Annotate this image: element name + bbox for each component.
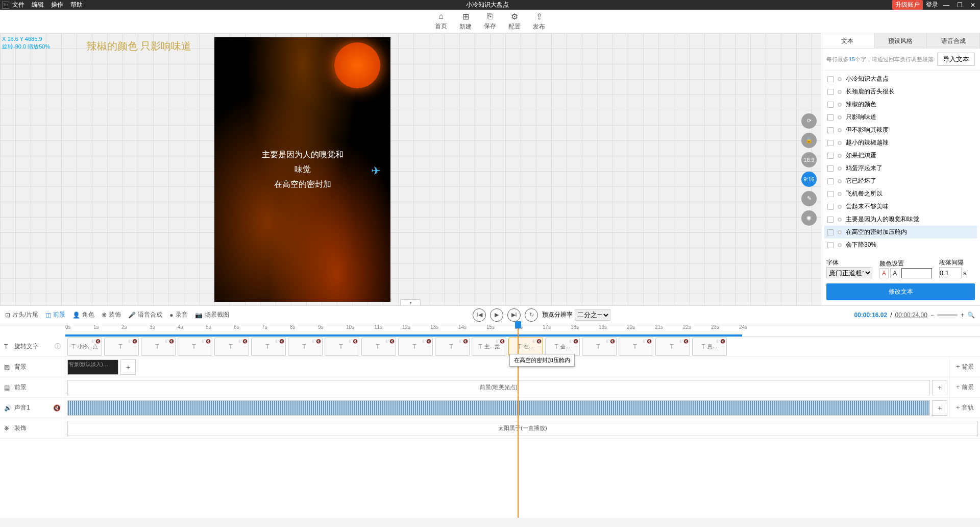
minimize-button[interactable]: — xyxy=(941,2,951,9)
menu-help[interactable]: 帮助 xyxy=(70,1,83,9)
panel-tab-角色[interactable]: 👤角色 xyxy=(72,310,94,319)
toolbar-publish[interactable]: ⇪发布 xyxy=(533,12,545,31)
text-line-item[interactable]: 长颈鹿的舌头很长 xyxy=(824,85,977,98)
clip-mute-icon[interactable]: 🔇 xyxy=(500,339,505,344)
text-clip[interactable]: ⇩🔇T xyxy=(141,338,176,356)
clip-download-icon[interactable]: ⇩ xyxy=(238,339,241,344)
bg-clip[interactable]: 背景(默认淡入)… xyxy=(67,360,118,375)
clip-download-icon[interactable]: ⇩ xyxy=(164,339,168,344)
text-clip[interactable]: ⇩🔇T xyxy=(398,338,433,356)
canvas-tool-lock[interactable]: 🔒 xyxy=(801,133,817,148)
toolbar-config[interactable]: ⚙配置 xyxy=(508,12,521,31)
clip-mute-icon[interactable]: 🔇 xyxy=(316,339,321,344)
clip-mute-icon[interactable]: 🔇 xyxy=(647,339,652,344)
text-line-item[interactable]: 越小的辣椒越辣 xyxy=(824,136,977,149)
tab-text[interactable]: 文本 xyxy=(821,33,874,48)
clip-download-icon[interactable]: ⇩ xyxy=(422,339,425,344)
panel-tab-语音合成[interactable]: 🎤语音合成 xyxy=(128,310,162,319)
clip-mute-icon[interactable]: 🔇 xyxy=(242,339,248,344)
clip-download-icon[interactable]: ⇩ xyxy=(275,339,278,344)
text-clip[interactable]: ⇩🔇T真… xyxy=(692,338,727,356)
text-line-item[interactable]: 会下降30% xyxy=(824,238,977,251)
text-line-item[interactable]: 辣椒的颜色 xyxy=(824,98,977,111)
canvas-tool-ratio-9-16[interactable]: 9:16 xyxy=(801,172,817,187)
clip-download-icon[interactable]: ⇩ xyxy=(679,339,682,344)
clip-download-icon[interactable]: ⇩ xyxy=(91,339,94,344)
zoom-in-button[interactable]: + xyxy=(961,312,964,319)
text-clip[interactable]: ⇩🔇T小冷…点 xyxy=(67,338,102,356)
canvas-area[interactable]: X 18.6 Y 4685.9 旋转-90.0 缩放50% 辣椒的颜色 只影响味… xyxy=(0,33,821,305)
checkbox-icon[interactable] xyxy=(827,242,834,248)
menu-edit[interactable]: 编辑 xyxy=(32,1,44,9)
text-clip[interactable]: ⇩🔇T xyxy=(655,338,690,356)
zoom-out-button[interactable]: − xyxy=(930,312,934,319)
text-line-item[interactable]: 如果把鸡蛋 xyxy=(824,149,977,162)
checkbox-icon[interactable] xyxy=(827,153,834,159)
text-clip[interactable]: ⇩🔇T会… xyxy=(545,338,580,356)
panel-tab-片头/片尾[interactable]: ⊡片头/片尾 xyxy=(5,310,38,319)
toolbar-home[interactable]: ⌂首页 xyxy=(435,12,447,31)
clip-download-icon[interactable]: ⇩ xyxy=(642,339,646,344)
canvas-pull-tab[interactable]: ▾ xyxy=(400,299,421,305)
preview-res-select[interactable]: 二分之一 xyxy=(575,309,610,321)
maximize-button[interactable]: ❐ xyxy=(954,2,965,9)
clip-mute-icon[interactable]: 🔇 xyxy=(463,339,468,344)
time-total[interactable]: 00:00:24.00 xyxy=(895,312,927,319)
text-line-list[interactable]: 小冷知识大盘点长颈鹿的舌头很长辣椒的颜色只影响味道但不影响其辣度越小的辣椒越辣如… xyxy=(821,70,980,254)
clip-mute-icon[interactable]: 🔇 xyxy=(610,339,615,344)
clip-download-icon[interactable]: ⇩ xyxy=(532,339,535,344)
menu-file[interactable]: 文件 xyxy=(12,1,24,9)
panel-tab-场景截图[interactable]: 📷场景截图 xyxy=(195,310,229,319)
zoom-slider[interactable] xyxy=(937,314,958,316)
modify-text-button[interactable]: 修改文本 xyxy=(826,283,975,300)
text-clip[interactable]: ⇩🔇T xyxy=(251,338,286,356)
clip-download-icon[interactable]: ⇩ xyxy=(128,339,131,344)
text-line-item[interactable]: 在高空的密封加压舱内 xyxy=(824,226,977,238)
timeline-ruler[interactable]: 0s1s2s3s4s5s6s7s8s9s10s11s12s13s14s15s16… xyxy=(65,324,980,337)
text-clip[interactable]: ⇩🔇T xyxy=(178,338,212,356)
toolbar-new[interactable]: ⊞新建 xyxy=(459,12,472,31)
zoom-fit-button[interactable]: 🔍 xyxy=(967,312,975,319)
menu-action[interactable]: 操作 xyxy=(51,1,63,9)
decor-clip[interactable]: 太阳黑子(一直播放) xyxy=(67,421,978,436)
canvas-tool-edit[interactable]: ✎ xyxy=(801,191,817,206)
checkbox-icon[interactable] xyxy=(827,76,834,82)
add-fg-clip-button[interactable]: + xyxy=(932,380,947,395)
prev-frame-button[interactable]: I◀ xyxy=(473,308,486,322)
text-clip[interactable]: ⇩🔇T在… xyxy=(508,338,543,356)
text-line-item[interactable]: 小冷知识大盘点 xyxy=(824,73,977,85)
track-info-icon[interactable]: ⓘ xyxy=(55,342,61,351)
clip-download-icon[interactable]: ⇩ xyxy=(495,339,499,344)
clip-download-icon[interactable]: ⇩ xyxy=(348,339,352,344)
login-button[interactable]: 登录 xyxy=(926,1,938,9)
text-line-item[interactable]: 飞机餐之所以 xyxy=(824,187,977,200)
text-line-item[interactable]: 鸡蛋浮起来了 xyxy=(824,162,977,175)
text-clip[interactable]: ⇩🔇T xyxy=(582,338,617,356)
checkbox-icon[interactable] xyxy=(827,102,834,108)
clip-download-icon[interactable]: ⇩ xyxy=(311,339,315,344)
clip-mute-icon[interactable]: 🔇 xyxy=(206,339,211,344)
mute-icon[interactable]: 🔇 xyxy=(53,404,61,412)
panel-tab-装饰[interactable]: ❋装饰 xyxy=(102,310,121,319)
checkbox-icon[interactable] xyxy=(827,229,834,235)
canvas-preview[interactable]: 主要是因为人的嗅觉和味觉 在高空的密封加 ✈ xyxy=(214,37,390,302)
clip-mute-icon[interactable]: 🔇 xyxy=(426,339,431,344)
panel-tab-前景[interactable]: ◫前景 xyxy=(45,310,65,319)
add-bg-clip-button[interactable]: + xyxy=(120,360,136,375)
clip-mute-icon[interactable]: 🔇 xyxy=(573,339,578,344)
checkbox-icon[interactable] xyxy=(827,178,834,184)
color-swatch[interactable] xyxy=(901,268,932,278)
panel-tab-录音[interactable]: ●录音 xyxy=(169,310,187,319)
text-line-item[interactable]: 但不影响其辣度 xyxy=(824,124,977,136)
clip-download-icon[interactable]: ⇩ xyxy=(605,339,609,344)
text-clip[interactable]: ⇩🔇T xyxy=(104,338,139,356)
clip-download-icon[interactable]: ⇩ xyxy=(385,339,388,344)
checkbox-icon[interactable] xyxy=(827,165,834,172)
clip-mute-icon[interactable]: 🔇 xyxy=(683,339,689,344)
play-button[interactable]: ▶ xyxy=(490,308,503,322)
clip-mute-icon[interactable]: 🔇 xyxy=(132,339,137,344)
close-button[interactable]: ✕ xyxy=(968,2,978,9)
text-color-button[interactable]: A xyxy=(879,268,889,278)
audio-clip[interactable] xyxy=(67,400,930,416)
text-clip[interactable]: ⇩🔇T xyxy=(619,338,653,356)
